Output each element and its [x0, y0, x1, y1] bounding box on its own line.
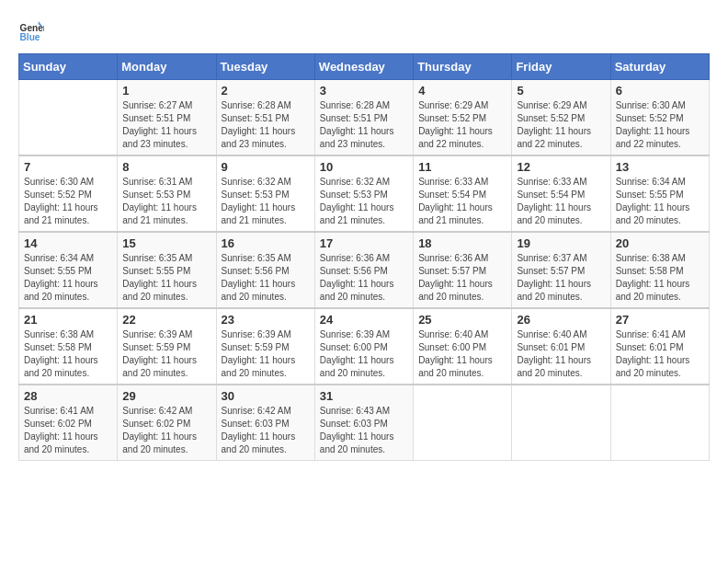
calendar-cell: 2Sunrise: 6:28 AM Sunset: 5:51 PM Daylig…	[216, 80, 314, 156]
calendar-cell: 30Sunrise: 6:42 AM Sunset: 6:03 PM Dayli…	[216, 385, 314, 461]
calendar-cell: 6Sunrise: 6:30 AM Sunset: 5:52 PM Daylig…	[610, 80, 709, 156]
day-number: 31	[320, 389, 408, 403]
day-number: 2	[222, 84, 310, 98]
day-number: 1	[122, 84, 210, 98]
week-row-1: 1Sunrise: 6:27 AM Sunset: 5:51 PM Daylig…	[19, 80, 710, 156]
day-info: Sunrise: 6:29 AM Sunset: 5:52 PM Dayligh…	[517, 99, 605, 151]
day-number: 20	[616, 236, 704, 250]
svg-text:Blue: Blue	[20, 32, 40, 42]
day-info: Sunrise: 6:39 AM Sunset: 5:59 PM Dayligh…	[222, 328, 310, 380]
calendar-cell: 13Sunrise: 6:34 AM Sunset: 5:55 PM Dayli…	[610, 155, 709, 232]
calendar-cell: 26Sunrise: 6:40 AM Sunset: 6:01 PM Dayli…	[512, 308, 610, 385]
calendar-cell: 24Sunrise: 6:39 AM Sunset: 6:00 PM Dayli…	[314, 308, 413, 385]
calendar-cell: 11Sunrise: 6:33 AM Sunset: 5:54 PM Dayli…	[414, 155, 512, 232]
day-info: Sunrise: 6:30 AM Sunset: 5:52 PM Dayligh…	[24, 176, 112, 227]
calendar-cell: 28Sunrise: 6:41 AM Sunset: 6:02 PM Dayli…	[19, 385, 118, 461]
header-day-sunday: Sunday	[19, 54, 118, 80]
calendar-cell: 19Sunrise: 6:37 AM Sunset: 5:57 PM Dayli…	[512, 232, 610, 308]
day-number: 23	[222, 313, 310, 327]
day-number: 6	[616, 84, 704, 98]
calendar-cell: 27Sunrise: 6:41 AM Sunset: 6:01 PM Dayli…	[610, 308, 709, 385]
header-row: SundayMondayTuesdayWednesdayThursdayFrid…	[19, 54, 710, 80]
day-info: Sunrise: 6:36 AM Sunset: 5:57 PM Dayligh…	[418, 252, 506, 304]
page-header: General Blue	[18, 18, 710, 44]
day-info: Sunrise: 6:35 AM Sunset: 5:56 PM Dayligh…	[222, 252, 310, 304]
day-info: Sunrise: 6:32 AM Sunset: 5:53 PM Dayligh…	[222, 176, 310, 227]
day-number: 24	[320, 313, 408, 327]
calendar-cell: 22Sunrise: 6:39 AM Sunset: 5:59 PM Dayli…	[118, 308, 216, 385]
day-number: 11	[418, 160, 506, 174]
day-number: 18	[418, 236, 506, 250]
day-number: 9	[222, 160, 310, 174]
day-info: Sunrise: 6:34 AM Sunset: 5:55 PM Dayligh…	[616, 176, 704, 227]
week-row-4: 21Sunrise: 6:38 AM Sunset: 5:58 PM Dayli…	[19, 308, 710, 385]
calendar-cell: 31Sunrise: 6:43 AM Sunset: 6:03 PM Dayli…	[314, 385, 413, 461]
calendar-cell	[512, 385, 610, 461]
calendar-cell: 20Sunrise: 6:38 AM Sunset: 5:58 PM Dayli…	[610, 232, 709, 308]
day-number: 10	[320, 160, 408, 174]
day-number: 28	[24, 389, 112, 403]
day-number: 15	[122, 236, 210, 250]
day-info: Sunrise: 6:31 AM Sunset: 5:53 PM Dayligh…	[122, 176, 210, 227]
day-number: 14	[24, 236, 112, 250]
calendar-cell: 18Sunrise: 6:36 AM Sunset: 5:57 PM Dayli…	[414, 232, 512, 308]
calendar-cell: 12Sunrise: 6:33 AM Sunset: 5:54 PM Dayli…	[512, 155, 610, 232]
day-info: Sunrise: 6:39 AM Sunset: 6:00 PM Dayligh…	[320, 328, 408, 380]
day-number: 27	[616, 313, 704, 327]
calendar-cell: 5Sunrise: 6:29 AM Sunset: 5:52 PM Daylig…	[512, 80, 610, 156]
calendar-cell: 21Sunrise: 6:38 AM Sunset: 5:58 PM Dayli…	[19, 308, 118, 385]
calendar-cell: 4Sunrise: 6:29 AM Sunset: 5:52 PM Daylig…	[414, 80, 512, 156]
day-number: 29	[122, 389, 210, 403]
calendar-cell: 25Sunrise: 6:40 AM Sunset: 6:00 PM Dayli…	[414, 308, 512, 385]
day-number: 5	[517, 84, 605, 98]
calendar-cell: 1Sunrise: 6:27 AM Sunset: 5:51 PM Daylig…	[118, 80, 216, 156]
week-row-3: 14Sunrise: 6:34 AM Sunset: 5:55 PM Dayli…	[19, 232, 710, 308]
calendar-cell: 14Sunrise: 6:34 AM Sunset: 5:55 PM Dayli…	[19, 232, 118, 308]
week-row-2: 7Sunrise: 6:30 AM Sunset: 5:52 PM Daylig…	[19, 155, 710, 232]
calendar-cell: 3Sunrise: 6:28 AM Sunset: 5:51 PM Daylig…	[314, 80, 413, 156]
day-info: Sunrise: 6:33 AM Sunset: 5:54 PM Dayligh…	[418, 176, 506, 227]
header-day-thursday: Thursday	[414, 54, 512, 80]
day-number: 12	[517, 160, 605, 174]
day-info: Sunrise: 6:32 AM Sunset: 5:53 PM Dayligh…	[320, 176, 408, 227]
day-info: Sunrise: 6:38 AM Sunset: 5:58 PM Dayligh…	[616, 252, 704, 304]
day-info: Sunrise: 6:33 AM Sunset: 5:54 PM Dayligh…	[517, 176, 605, 227]
calendar-cell: 9Sunrise: 6:32 AM Sunset: 5:53 PM Daylig…	[216, 155, 314, 232]
day-info: Sunrise: 6:42 AM Sunset: 6:03 PM Dayligh…	[222, 405, 310, 456]
calendar-cell: 10Sunrise: 6:32 AM Sunset: 5:53 PM Dayli…	[314, 155, 413, 232]
calendar-cell: 15Sunrise: 6:35 AM Sunset: 5:55 PM Dayli…	[118, 232, 216, 308]
header-day-tuesday: Tuesday	[216, 54, 314, 80]
calendar-cell: 23Sunrise: 6:39 AM Sunset: 5:59 PM Dayli…	[216, 308, 314, 385]
day-number: 4	[418, 84, 506, 98]
calendar-cell: 8Sunrise: 6:31 AM Sunset: 5:53 PM Daylig…	[118, 155, 216, 232]
day-info: Sunrise: 6:41 AM Sunset: 6:01 PM Dayligh…	[616, 328, 704, 380]
logo-icon: General Blue	[18, 18, 44, 44]
calendar-cell: 29Sunrise: 6:42 AM Sunset: 6:02 PM Dayli…	[118, 385, 216, 461]
day-info: Sunrise: 6:42 AM Sunset: 6:02 PM Dayligh…	[122, 405, 210, 456]
header-day-monday: Monday	[118, 54, 216, 80]
calendar-cell: 16Sunrise: 6:35 AM Sunset: 5:56 PM Dayli…	[216, 232, 314, 308]
day-number: 17	[320, 236, 408, 250]
header-day-friday: Friday	[512, 54, 610, 80]
day-number: 22	[122, 313, 210, 327]
day-number: 3	[320, 84, 408, 98]
day-number: 16	[222, 236, 310, 250]
day-info: Sunrise: 6:39 AM Sunset: 5:59 PM Dayligh…	[122, 328, 210, 380]
day-info: Sunrise: 6:28 AM Sunset: 5:51 PM Dayligh…	[320, 99, 408, 151]
day-info: Sunrise: 6:35 AM Sunset: 5:55 PM Dayligh…	[122, 252, 210, 304]
calendar-cell: 7Sunrise: 6:30 AM Sunset: 5:52 PM Daylig…	[19, 155, 118, 232]
day-number: 8	[122, 160, 210, 174]
day-number: 21	[24, 313, 112, 327]
day-number: 19	[517, 236, 605, 250]
day-number: 30	[222, 389, 310, 403]
week-row-5: 28Sunrise: 6:41 AM Sunset: 6:02 PM Dayli…	[19, 385, 710, 461]
day-number: 7	[24, 160, 112, 174]
day-number: 25	[418, 313, 506, 327]
day-info: Sunrise: 6:40 AM Sunset: 6:01 PM Dayligh…	[517, 328, 605, 380]
day-info: Sunrise: 6:38 AM Sunset: 5:58 PM Dayligh…	[24, 328, 112, 380]
day-info: Sunrise: 6:27 AM Sunset: 5:51 PM Dayligh…	[122, 99, 210, 151]
day-info: Sunrise: 6:34 AM Sunset: 5:55 PM Dayligh…	[24, 252, 112, 304]
calendar-table: SundayMondayTuesdayWednesdayThursdayFrid…	[18, 53, 710, 461]
calendar-cell	[19, 80, 118, 156]
logo: General Blue	[18, 18, 48, 44]
